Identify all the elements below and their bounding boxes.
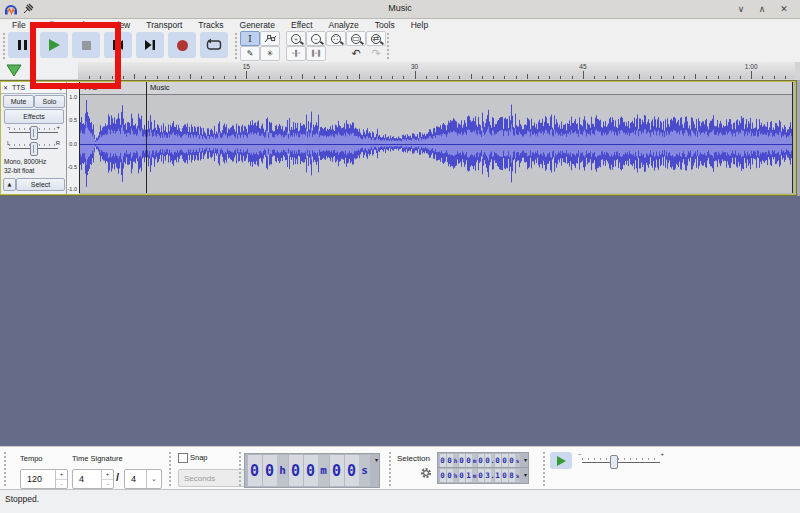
time-digit[interactable]: s xyxy=(515,454,520,467)
ts-lower-chevron-icon[interactable]: ⌄ xyxy=(146,470,161,488)
time-digit[interactable]: 0 xyxy=(495,454,501,467)
time-digit[interactable]: 0 xyxy=(459,454,465,467)
close-button[interactable]: ✕ xyxy=(777,2,791,16)
menu-item-tools[interactable]: Tools xyxy=(367,20,403,30)
time-digit[interactable]: m xyxy=(472,454,477,467)
play-at-speed-toolbar-grip[interactable] xyxy=(542,451,546,486)
empty-track-background[interactable] xyxy=(0,196,800,446)
audio-position-display[interactable]: ▾ 00h00m00s xyxy=(244,453,380,488)
time-digit[interactable]: h xyxy=(277,455,288,486)
menu-item-tracks[interactable]: Tracks xyxy=(190,20,231,30)
draw-tool-button[interactable]: ✎ xyxy=(240,46,260,61)
audio-setup-grip[interactable] xyxy=(386,32,390,60)
timeline-ruler[interactable]: 1530451:00 xyxy=(78,62,795,79)
fit-selection-button[interactable]: ∷ xyxy=(326,31,346,46)
undo-button[interactable]: ↶ xyxy=(346,46,366,61)
clip-music[interactable]: Music xyxy=(146,82,793,193)
snap-toolbar-grip[interactable] xyxy=(168,451,172,486)
time-digit[interactable]: 0 xyxy=(509,454,515,467)
timeline-pin-icon[interactable] xyxy=(6,64,22,77)
track-close-icon[interactable]: ✕ xyxy=(3,84,8,91)
time-digit[interactable]: 0 xyxy=(248,455,262,486)
track-select-button[interactable]: Select xyxy=(16,178,65,191)
time-digit[interactable]: 0 xyxy=(440,454,446,467)
time-digit[interactable]: s xyxy=(359,455,370,486)
clip-tts[interactable]: TTS xyxy=(79,82,148,193)
time-digit[interactable]: 0 xyxy=(345,455,359,486)
menu-item-generate[interactable]: Generate xyxy=(232,20,283,30)
menu-item-effect[interactable]: Effect xyxy=(283,20,321,30)
zoom-out-button[interactable]: − xyxy=(306,31,326,46)
track-name[interactable]: TTS xyxy=(12,84,25,91)
time-digit[interactable]: m xyxy=(472,469,477,482)
time-digit[interactable]: 0 xyxy=(447,469,453,482)
track-collapse-button[interactable]: ▲ xyxy=(3,178,16,191)
time-format-dropdown-icon[interactable]: ▾ xyxy=(375,456,378,463)
time-digit[interactable]: 0 xyxy=(502,454,508,467)
loop-button[interactable] xyxy=(200,32,228,58)
play-at-speed-button[interactable] xyxy=(550,452,572,469)
time-digit[interactable]: 0 xyxy=(478,469,484,482)
envelope-tool-button[interactable] xyxy=(260,31,280,46)
waveform-canvas[interactable] xyxy=(147,94,792,193)
solo-button[interactable]: Solo xyxy=(34,95,65,108)
time-digit[interactable]: 0 xyxy=(466,454,472,467)
menu-item-analyze[interactable]: Analyze xyxy=(321,20,367,30)
ts-lower-value[interactable]: 4 xyxy=(125,470,146,488)
time-digit[interactable]: h xyxy=(453,469,458,482)
time-digit[interactable]: 0 xyxy=(459,469,465,482)
selection-start-dropdown-icon[interactable]: ▾ xyxy=(524,456,527,463)
time-digit[interactable]: 8 xyxy=(509,469,515,482)
fit-project-button[interactable]: ▭ xyxy=(346,31,366,46)
time-digit[interactable]: 0 xyxy=(330,455,344,486)
silence-audio-button[interactable]: ‖-‖ xyxy=(306,46,326,61)
waveform-canvas[interactable] xyxy=(80,94,147,193)
menu-item-transport[interactable]: Transport xyxy=(138,20,190,30)
effects-button[interactable]: Effects xyxy=(4,109,64,124)
time-digit[interactable]: h xyxy=(453,454,458,467)
time-digit[interactable]: 0 xyxy=(447,454,453,467)
clip-area[interactable]: TTSMusic xyxy=(79,82,795,194)
tempo-spinner[interactable]: 120 +- xyxy=(20,469,68,489)
time-signature-upper-spinner[interactable]: 4 +- xyxy=(72,469,114,489)
gain-slider[interactable]: − + xyxy=(7,124,60,138)
maximize-button[interactable]: ∧ xyxy=(755,2,769,16)
multi-tool-button[interactable]: ✳ xyxy=(260,46,280,61)
title-bar[interactable]: Music ∨ ∧ ✕ xyxy=(0,0,800,19)
zoom-in-button[interactable]: + xyxy=(286,31,306,46)
time-signature-lower-dropdown[interactable]: 4 ⌄ xyxy=(124,469,162,489)
transport-toolbar-grip[interactable] xyxy=(2,32,6,60)
time-digit[interactable]: 0 xyxy=(263,455,277,486)
tools-toolbar-grip[interactable] xyxy=(234,32,238,60)
trim-audio-button[interactable]: -‖- xyxy=(286,46,306,61)
play-speed-slider[interactable]: − + xyxy=(578,452,664,468)
gain-slider-handle[interactable] xyxy=(30,126,38,140)
time-digit[interactable]: 0 xyxy=(478,454,484,467)
snap-checkbox[interactable] xyxy=(178,453,188,463)
ts-upper-value[interactable]: 4 xyxy=(73,470,101,488)
selection-end-display[interactable]: ▾ 00h01m03.108s xyxy=(437,467,529,484)
selection-toolbar-grip[interactable] xyxy=(388,451,392,486)
time-toolbar-grip[interactable] xyxy=(238,451,242,486)
tempo-spin-buttons[interactable]: +- xyxy=(55,470,67,488)
zoom-toggle-button[interactable]: ⇄ xyxy=(366,31,386,46)
time-signature-toolbar-grip[interactable] xyxy=(3,451,7,486)
skip-to-end-button[interactable] xyxy=(136,32,164,58)
time-digit[interactable]: 1 xyxy=(466,469,472,482)
time-digit[interactable]: 0 xyxy=(502,469,508,482)
tempo-value[interactable]: 120 xyxy=(21,470,55,488)
ts-upper-spin-buttons[interactable]: +- xyxy=(101,470,113,488)
record-button[interactable] xyxy=(168,32,196,58)
mute-button[interactable]: Mute xyxy=(3,95,34,108)
time-digit[interactable]: 0 xyxy=(289,455,303,486)
play-speed-slider-handle[interactable] xyxy=(610,455,618,469)
minimize-button[interactable]: ∨ xyxy=(734,2,748,16)
redo-button[interactable]: ↷ xyxy=(366,46,386,61)
time-digit[interactable]: 1 xyxy=(495,469,501,482)
pan-slider-handle[interactable] xyxy=(30,142,38,156)
time-digit[interactable]: s xyxy=(515,469,520,482)
time-digit[interactable]: 0 xyxy=(304,455,318,486)
menu-item-help[interactable]: Help xyxy=(403,20,436,30)
selection-tool-button[interactable]: I xyxy=(240,31,260,46)
selection-settings-gear-icon[interactable] xyxy=(420,467,432,479)
